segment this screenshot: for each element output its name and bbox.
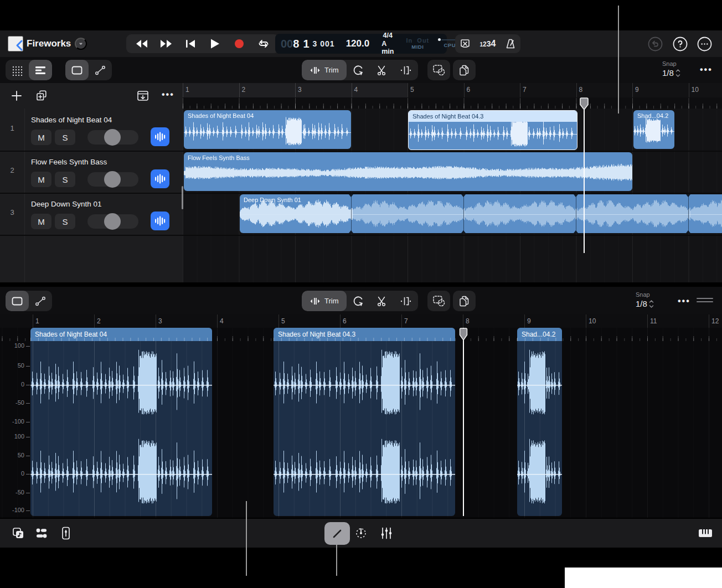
fast-forward-button[interactable]: [157, 35, 176, 52]
volume-knob[interactable]: [104, 171, 121, 188]
count-in-button[interactable]: 1234: [477, 38, 499, 49]
editor-split-tool-button[interactable]: [370, 291, 394, 311]
volume-knob[interactable]: [104, 129, 121, 146]
pane-resize-handle[interactable]: [697, 296, 713, 305]
editor-playhead-handle[interactable]: [459, 328, 468, 341]
editor-ruler-numbers: 123456789101112: [0, 314, 722, 328]
editor-region-body[interactable]: [274, 341, 455, 516]
editor-regions-view-button[interactable]: [6, 291, 29, 311]
lcd-display[interactable]: 00813001 120.0 4/4 A min In Out MIDI CPU: [275, 34, 447, 54]
live-loops-view-button[interactable]: [6, 60, 29, 80]
solo-button[interactable]: S: [55, 172, 75, 187]
editor-more-button[interactable]: •••: [674, 296, 694, 307]
editor-fade-tool-button[interactable]: [394, 291, 418, 311]
knob-button[interactable]: [352, 524, 370, 542]
duplicate-icon: [35, 89, 48, 102]
editor-snap-control[interactable]: Snap 1/8: [636, 291, 654, 310]
project-menu-button[interactable]: [75, 38, 87, 50]
tracks-view-button[interactable]: [29, 60, 52, 80]
editor-ruler[interactable]: 123456789101112: [0, 314, 722, 328]
editor-region-shad-04-2[interactable]: Shad...04.2: [517, 328, 562, 516]
arrange-lanes[interactable]: Shades of Night Beat 04 Shades of Night …: [183, 109, 722, 282]
automation-view-button[interactable]: [89, 60, 112, 80]
record-button[interactable]: [230, 35, 249, 52]
arrange-ruler[interactable]: 12345678910: [183, 83, 722, 109]
back-button[interactable]: [8, 36, 23, 51]
cycle-button[interactable]: [254, 35, 273, 52]
copy-button[interactable]: [453, 60, 476, 80]
track-type-button[interactable]: [151, 127, 169, 146]
region-shades-of-night-beat-04[interactable]: Shades of Night Beat 04: [184, 110, 351, 149]
arrange-more-button[interactable]: •••: [697, 64, 716, 75]
editor-area[interactable]: 100500-50-100100500-50-100 Shades of Nig…: [0, 328, 722, 518]
metronome-button[interactable]: [502, 35, 519, 52]
ruler-barline: [709, 314, 709, 328]
editor-region-body[interactable]: [517, 341, 562, 516]
track-row-3[interactable]: 3 Deep Down Synth 01 M S: [0, 193, 183, 236]
solo-button[interactable]: S: [55, 130, 75, 145]
duplicate-track-button[interactable]: [33, 88, 50, 104]
track-header-more-button[interactable]: •••: [158, 89, 178, 100]
volume-slider[interactable]: [87, 172, 138, 187]
editor-loop-tool-button[interactable]: [347, 291, 370, 311]
track-type-button[interactable]: [151, 212, 169, 230]
editor-marquee-select-button[interactable]: [427, 291, 450, 311]
mute-button[interactable]: M: [31, 214, 51, 229]
regions-view-button[interactable]: [65, 60, 89, 80]
project-title: Fireworks: [27, 38, 71, 49]
help-button[interactable]: [673, 37, 688, 51]
add-track-button[interactable]: [8, 88, 25, 104]
track-row-2[interactable]: 2 Flow Feels Synth Bass M S: [0, 151, 183, 194]
editor-region-body[interactable]: [30, 341, 212, 516]
edit-function-group: Trim: [302, 60, 418, 80]
channel-strip-button[interactable]: [57, 524, 75, 542]
mute-button[interactable]: M: [31, 172, 51, 187]
stepper-icon: [675, 69, 680, 78]
solo-button[interactable]: S: [55, 214, 75, 229]
trim-tool-button[interactable]: Trim: [302, 60, 347, 80]
arrange-function-bar: Trim Snap 1/8 •••: [0, 57, 722, 83]
keyboard-button[interactable]: [697, 524, 714, 542]
track-inspector-button[interactable]: [135, 88, 151, 104]
more-options-button[interactable]: [697, 37, 712, 51]
editor-trim-tool-button[interactable]: Trim: [302, 291, 347, 311]
loop-browser-button[interactable]: [9, 524, 27, 542]
editor-region-shades-of-night-beat-04-3[interactable]: Shades of Night Beat 04.3: [274, 328, 455, 516]
play-button[interactable]: [205, 35, 224, 52]
region-shades-of-night-beat-04-3[interactable]: Shades of Night Beat 04.3: [408, 110, 577, 150]
split-tool-button[interactable]: [370, 60, 394, 80]
ruler-barline: [217, 314, 218, 328]
fade-tool-button[interactable]: [394, 60, 418, 80]
mute-button[interactable]: M: [31, 130, 51, 145]
region-label: Shad...04.2: [637, 112, 668, 119]
editor-region-shades-of-night-beat-04[interactable]: Shades of Night Beat 04: [30, 328, 212, 516]
playhead-handle[interactable]: [580, 97, 589, 111]
region-deep-down-synth-01[interactable]: Deep Down Synth 01: [240, 194, 722, 233]
pencil-tool-button[interactable]: [324, 522, 350, 545]
undo-button[interactable]: [648, 37, 663, 51]
track-type-button[interactable]: [151, 169, 169, 188]
amplitude-label: 0: [4, 470, 24, 477]
faders-button[interactable]: [378, 524, 395, 542]
copy-icon: [458, 295, 471, 307]
ruler-bar-label: 9: [527, 317, 531, 325]
track-row-1[interactable]: 1 Shades of Night Beat 04 M S: [0, 109, 183, 152]
no-count-in-button[interactable]: [457, 35, 473, 52]
volume-slider[interactable]: [87, 130, 138, 145]
volume-slider[interactable]: [87, 214, 138, 229]
rewind-button[interactable]: [132, 35, 151, 52]
inspector-down-icon: [136, 90, 149, 102]
go-to-beginning-button[interactable]: [181, 35, 200, 52]
region-shad-04-2[interactable]: Shad...04.2: [633, 110, 674, 149]
editor-automation-view-button[interactable]: [29, 291, 52, 311]
editor-copy-button[interactable]: [453, 291, 476, 311]
vertical-scroll-indicator[interactable]: [182, 186, 183, 209]
marquee-select-button[interactable]: [427, 60, 450, 80]
volume-knob[interactable]: [104, 213, 121, 230]
region-flow-feels-synth-bass[interactable]: Flow Feels Synth Bass: [184, 152, 632, 191]
ruler-barline: [279, 314, 279, 328]
loop-tool-button[interactable]: [347, 60, 370, 80]
ruler-barline: [295, 83, 296, 97]
mixer-button[interactable]: [33, 524, 50, 542]
snap-control[interactable]: Snap 1/8: [662, 60, 680, 79]
